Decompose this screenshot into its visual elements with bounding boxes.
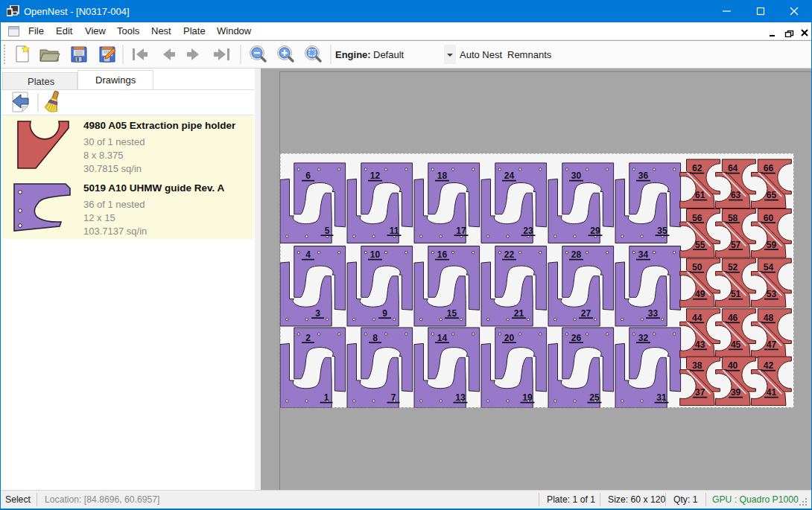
svg-text:21: 21 — [513, 307, 524, 318]
svg-text:54: 54 — [763, 262, 773, 272]
svg-text:10: 10 — [369, 249, 380, 260]
svg-text:16: 16 — [437, 249, 447, 260]
svg-text:9: 9 — [382, 307, 387, 318]
svg-text:59: 59 — [766, 239, 776, 249]
svg-text:53: 53 — [766, 289, 776, 299]
svg-text:66: 66 — [763, 163, 773, 173]
svg-text:20: 20 — [504, 332, 514, 342]
svg-text:42: 42 — [763, 360, 773, 371]
svg-text:48: 48 — [763, 312, 773, 322]
svg-text:19: 19 — [522, 392, 533, 403]
svg-text:46: 46 — [727, 312, 738, 322]
svg-text:14: 14 — [437, 332, 447, 342]
svg-text:28: 28 — [571, 249, 581, 260]
svg-text:12: 12 — [369, 170, 380, 181]
svg-text:61: 61 — [695, 190, 705, 200]
svg-text:35: 35 — [657, 225, 667, 235]
svg-text:17: 17 — [456, 225, 466, 235]
svg-text:2: 2 — [305, 332, 311, 342]
svg-text:25: 25 — [589, 392, 600, 403]
svg-text:15: 15 — [446, 307, 457, 318]
svg-text:29: 29 — [590, 225, 600, 235]
svg-text:37: 37 — [695, 387, 705, 398]
svg-text:62: 62 — [692, 163, 702, 173]
svg-text:24: 24 — [504, 170, 514, 181]
svg-text:50: 50 — [692, 262, 702, 272]
svg-text:58: 58 — [727, 212, 738, 223]
svg-text:39: 39 — [730, 387, 740, 398]
svg-text:18: 18 — [437, 170, 447, 181]
svg-text:40: 40 — [727, 360, 738, 371]
svg-text:8: 8 — [372, 332, 378, 342]
svg-text:47: 47 — [766, 339, 776, 349]
svg-text:55: 55 — [695, 239, 705, 249]
svg-text:31: 31 — [656, 392, 667, 403]
svg-text:11: 11 — [389, 225, 399, 235]
svg-text:4: 4 — [305, 249, 311, 260]
svg-text:36: 36 — [638, 170, 648, 181]
svg-text:30: 30 — [571, 170, 581, 181]
svg-text:45: 45 — [730, 339, 740, 349]
svg-text:41: 41 — [766, 387, 776, 398]
svg-text:13: 13 — [455, 392, 466, 403]
svg-text:60: 60 — [763, 212, 773, 223]
svg-text:63: 63 — [730, 190, 740, 200]
svg-text:64: 64 — [727, 163, 738, 173]
svg-text:32: 32 — [638, 332, 648, 342]
svg-text:26: 26 — [571, 332, 581, 342]
svg-text:22: 22 — [504, 249, 514, 260]
svg-text:7: 7 — [390, 392, 396, 403]
svg-text:3: 3 — [315, 307, 320, 318]
svg-text:44: 44 — [692, 312, 702, 322]
svg-text:52: 52 — [727, 262, 738, 272]
svg-text:5: 5 — [324, 225, 329, 235]
svg-text:1: 1 — [323, 392, 329, 403]
svg-text:34: 34 — [638, 249, 648, 260]
svg-text:51: 51 — [730, 289, 740, 299]
svg-text:49: 49 — [695, 289, 705, 299]
svg-text:38: 38 — [692, 360, 702, 371]
svg-text:6: 6 — [305, 170, 311, 181]
svg-text:33: 33 — [647, 307, 658, 318]
svg-text:27: 27 — [580, 307, 591, 318]
svg-text:57: 57 — [730, 239, 740, 249]
svg-text:65: 65 — [766, 190, 776, 200]
svg-text:56: 56 — [692, 212, 702, 223]
svg-text:23: 23 — [523, 225, 533, 235]
svg-text:43: 43 — [695, 339, 705, 349]
